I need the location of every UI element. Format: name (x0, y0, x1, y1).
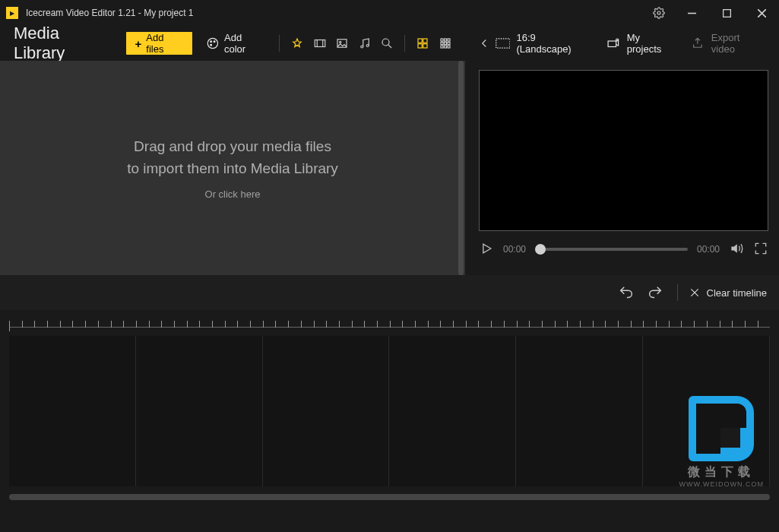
separator (404, 35, 405, 52)
video-preview[interactable] (479, 70, 768, 231)
track-cell[interactable] (9, 336, 136, 486)
svg-rect-32 (608, 41, 616, 47)
main-toolbar: Media Library + Add files Add color 16:9… (0, 26, 779, 61)
filter-video-button[interactable] (309, 32, 331, 55)
chevron-left-icon (477, 36, 491, 50)
svg-rect-22 (441, 39, 443, 41)
track-cell[interactable] (136, 336, 263, 486)
svg-line-17 (388, 45, 391, 48)
gear-icon (653, 7, 665, 19)
export-icon (690, 36, 705, 50)
grid-large-button[interactable] (411, 32, 434, 55)
aspect-icon (496, 36, 511, 50)
filter-image-button[interactable] (331, 32, 353, 55)
svg-point-14 (361, 46, 363, 48)
filter-all-button[interactable] (286, 32, 309, 55)
app-logo-icon (6, 7, 18, 19)
timeline: 微当下载 WWW.WEIDOWN.COM (0, 310, 779, 509)
play-button[interactable] (479, 241, 494, 258)
svg-rect-18 (418, 39, 422, 43)
time-total: 00:00 (697, 244, 720, 255)
redo-button[interactable] (644, 281, 667, 304)
add-color-button[interactable]: Add color (198, 32, 273, 55)
track-cell[interactable] (263, 336, 390, 486)
export-label: Export video (711, 32, 765, 55)
svg-rect-21 (423, 44, 427, 48)
aspect-ratio-button[interactable]: 16:9 (Landscape) (496, 32, 592, 55)
video-icon (313, 36, 327, 50)
seek-slider[interactable] (535, 248, 688, 251)
add-files-label: Add files (146, 32, 183, 55)
volume-button[interactable] (729, 241, 744, 258)
timeline-actions-bar: Clear timeline (0, 275, 779, 310)
timeline-h-scrollbar[interactable] (9, 494, 770, 503)
media-library-dropzone[interactable]: Drag and drop your media files to import… (0, 61, 465, 275)
svg-point-8 (211, 44, 212, 46)
media-library-title: Media Library (0, 24, 126, 63)
clear-timeline-label: Clear timeline (707, 287, 767, 299)
separator (677, 284, 678, 301)
settings-button[interactable] (644, 0, 674, 26)
play-icon (479, 241, 494, 256)
export-video-button[interactable]: Export video (690, 32, 765, 55)
svg-rect-26 (444, 43, 446, 45)
star-icon (290, 36, 304, 50)
my-projects-label: My projects (627, 32, 676, 55)
grid-small-icon (439, 36, 452, 50)
image-icon (335, 36, 349, 50)
palette-icon (206, 36, 220, 50)
svg-rect-19 (423, 39, 427, 43)
svg-rect-30 (448, 46, 450, 48)
svg-rect-31 (496, 39, 509, 48)
grid-small-button[interactable] (434, 32, 457, 55)
search-icon (380, 36, 394, 50)
maximize-button[interactable] (709, 0, 744, 26)
plus-icon: + (135, 38, 142, 49)
music-icon (358, 36, 372, 50)
search-button[interactable] (376, 32, 399, 55)
add-files-button[interactable]: + Add files (126, 32, 193, 55)
fullscreen-icon (753, 241, 768, 256)
my-projects-button[interactable]: My projects (606, 32, 676, 55)
seek-thumb[interactable] (535, 244, 546, 255)
svg-rect-25 (441, 43, 443, 45)
media-scrollbar[interactable] (456, 61, 464, 275)
svg-point-13 (340, 41, 341, 43)
svg-rect-23 (444, 39, 446, 41)
window-title: Icecream Video Editor 1.21 - My project … (26, 8, 194, 18)
drop-hint-line2: to import them into Media Library (127, 158, 338, 180)
grid-large-icon (416, 36, 429, 50)
redo-icon (647, 284, 663, 301)
undo-icon (618, 284, 635, 301)
svg-point-6 (211, 41, 212, 43)
minimize-icon (688, 9, 696, 17)
x-icon (689, 287, 701, 299)
filter-audio-button[interactable] (353, 32, 376, 55)
svg-point-0 (657, 11, 660, 14)
titlebar: Icecream Video Editor 1.21 - My project … (0, 0, 779, 26)
track-cell[interactable] (389, 336, 516, 486)
time-current: 00:00 (503, 244, 526, 255)
track-cell[interactable] (643, 336, 770, 486)
close-button[interactable] (744, 0, 779, 26)
collapse-panel-button[interactable] (473, 32, 496, 55)
add-color-label: Add color (224, 32, 265, 55)
svg-rect-29 (444, 46, 446, 48)
svg-point-15 (366, 45, 369, 47)
svg-rect-28 (441, 46, 443, 48)
clear-timeline-button[interactable]: Clear timeline (689, 287, 767, 299)
fullscreen-button[interactable] (753, 241, 768, 258)
aspect-label: 16:9 (Landscape) (516, 32, 592, 55)
svg-rect-9 (315, 40, 325, 47)
volume-icon (729, 241, 744, 256)
drop-hint-line1: Drag and drop your media files (134, 136, 331, 158)
svg-point-7 (214, 41, 215, 43)
svg-rect-20 (418, 44, 422, 48)
timeline-ruler[interactable] (9, 318, 770, 333)
minimize-button[interactable] (674, 0, 709, 26)
svg-rect-24 (448, 39, 450, 41)
timeline-tracks[interactable] (9, 336, 770, 486)
undo-button[interactable] (615, 281, 638, 304)
close-icon (758, 9, 766, 17)
track-cell[interactable] (516, 336, 643, 486)
